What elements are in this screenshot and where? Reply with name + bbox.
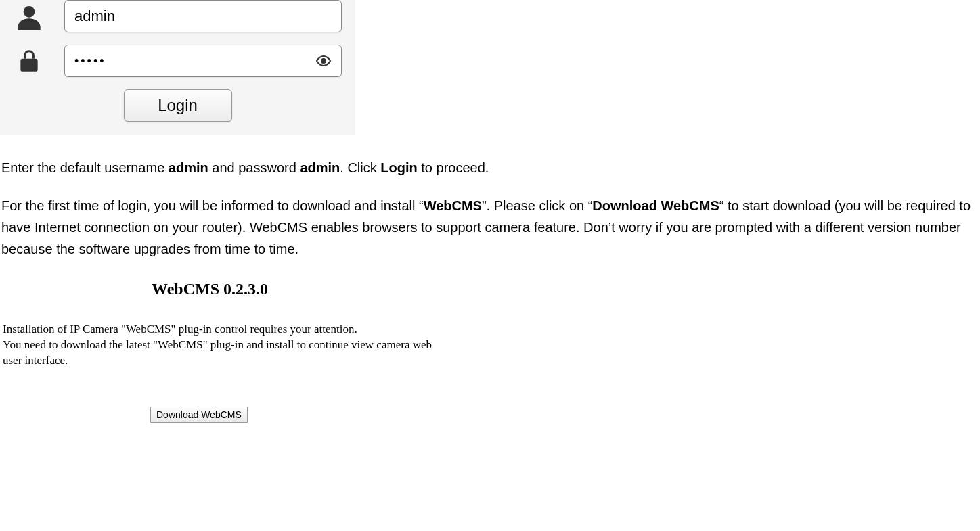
username-row: admin bbox=[14, 0, 342, 32]
webcms-description: Installation of IP Camera "WebCMS" plug-… bbox=[3, 322, 436, 369]
svg-rect-1 bbox=[20, 59, 37, 72]
download-button-wrap: Download WebCMS bbox=[150, 402, 980, 424]
login-panel: admin ••••• Login bbox=[0, 0, 355, 135]
password-row: ••••• bbox=[14, 45, 342, 77]
lock-icon bbox=[14, 48, 44, 74]
svg-point-2 bbox=[321, 59, 326, 63]
password-input[interactable]: ••••• bbox=[64, 45, 342, 77]
webcms-title: WebCMS 0.2.3.0 bbox=[152, 276, 980, 302]
webcms-dialog: WebCMS 0.2.3.0 Installation of IP Camera… bbox=[3, 276, 980, 424]
instruction-text: Enter the default username admin and pas… bbox=[0, 157, 980, 260]
password-value: ••••• bbox=[74, 51, 106, 71]
instruction-p2: For the first time of login, you will be… bbox=[1, 195, 979, 260]
svg-point-0 bbox=[23, 6, 35, 18]
username-value: admin bbox=[74, 4, 115, 28]
login-button-row: Login bbox=[14, 89, 342, 122]
login-button[interactable]: Login bbox=[124, 89, 232, 122]
instruction-p1: Enter the default username admin and pas… bbox=[1, 157, 979, 179]
reveal-password-icon[interactable] bbox=[315, 53, 332, 69]
download-webcms-button[interactable]: Download WebCMS bbox=[150, 407, 248, 423]
user-icon bbox=[14, 3, 44, 30]
username-input[interactable]: admin bbox=[64, 0, 342, 32]
